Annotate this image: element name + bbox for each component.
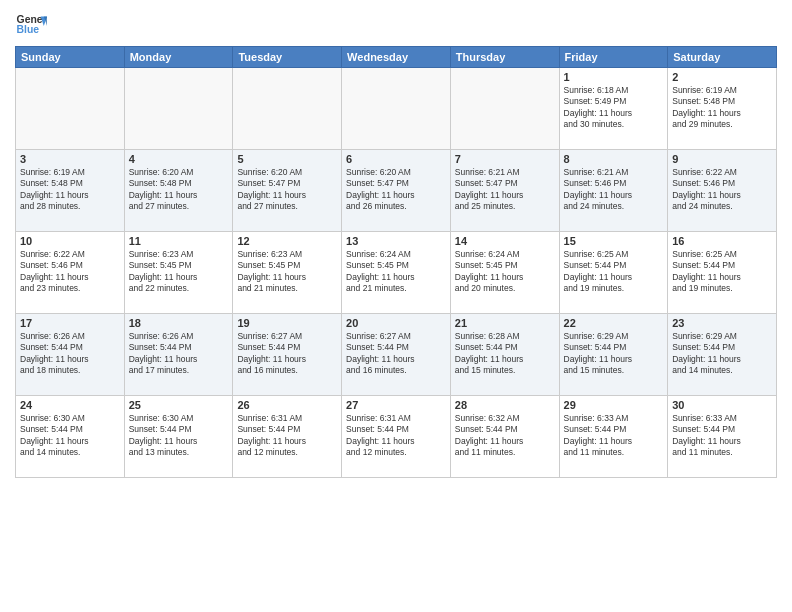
- day-info: Sunrise: 6:28 AMSunset: 5:44 PMDaylight:…: [455, 331, 555, 377]
- day-cell: 1Sunrise: 6:18 AMSunset: 5:49 PMDaylight…: [559, 68, 668, 150]
- day-info: Sunrise: 6:22 AMSunset: 5:46 PMDaylight:…: [20, 249, 120, 295]
- day-info: Sunrise: 6:18 AMSunset: 5:49 PMDaylight:…: [564, 85, 664, 131]
- day-number: 13: [346, 235, 446, 247]
- day-number: 3: [20, 153, 120, 165]
- day-cell: 5Sunrise: 6:20 AMSunset: 5:47 PMDaylight…: [233, 150, 342, 232]
- day-cell: 29Sunrise: 6:33 AMSunset: 5:44 PMDayligh…: [559, 396, 668, 478]
- page: General Blue SundayMondayTuesdayWednesda…: [0, 0, 792, 612]
- day-number: 14: [455, 235, 555, 247]
- day-cell: [450, 68, 559, 150]
- day-info: Sunrise: 6:23 AMSunset: 5:45 PMDaylight:…: [237, 249, 337, 295]
- week-row-2: 3Sunrise: 6:19 AMSunset: 5:48 PMDaylight…: [16, 150, 777, 232]
- day-number: 9: [672, 153, 772, 165]
- day-number: 28: [455, 399, 555, 411]
- day-cell: 7Sunrise: 6:21 AMSunset: 5:47 PMDaylight…: [450, 150, 559, 232]
- day-cell: 17Sunrise: 6:26 AMSunset: 5:44 PMDayligh…: [16, 314, 125, 396]
- day-info: Sunrise: 6:26 AMSunset: 5:44 PMDaylight:…: [129, 331, 229, 377]
- day-info: Sunrise: 6:20 AMSunset: 5:47 PMDaylight:…: [237, 167, 337, 213]
- day-cell: 25Sunrise: 6:30 AMSunset: 5:44 PMDayligh…: [124, 396, 233, 478]
- day-number: 20: [346, 317, 446, 329]
- day-number: 18: [129, 317, 229, 329]
- day-info: Sunrise: 6:32 AMSunset: 5:44 PMDaylight:…: [455, 413, 555, 459]
- day-info: Sunrise: 6:22 AMSunset: 5:46 PMDaylight:…: [672, 167, 772, 213]
- day-info: Sunrise: 6:23 AMSunset: 5:45 PMDaylight:…: [129, 249, 229, 295]
- day-info: Sunrise: 6:30 AMSunset: 5:44 PMDaylight:…: [129, 413, 229, 459]
- day-number: 22: [564, 317, 664, 329]
- weekday-saturday: Saturday: [668, 47, 777, 68]
- weekday-wednesday: Wednesday: [342, 47, 451, 68]
- day-info: Sunrise: 6:26 AMSunset: 5:44 PMDaylight:…: [20, 331, 120, 377]
- day-info: Sunrise: 6:20 AMSunset: 5:47 PMDaylight:…: [346, 167, 446, 213]
- day-info: Sunrise: 6:27 AMSunset: 5:44 PMDaylight:…: [346, 331, 446, 377]
- day-cell: 13Sunrise: 6:24 AMSunset: 5:45 PMDayligh…: [342, 232, 451, 314]
- day-cell: 16Sunrise: 6:25 AMSunset: 5:44 PMDayligh…: [668, 232, 777, 314]
- day-number: 12: [237, 235, 337, 247]
- svg-text:Blue: Blue: [17, 24, 40, 35]
- day-cell: [16, 68, 125, 150]
- day-cell: [233, 68, 342, 150]
- day-cell: 14Sunrise: 6:24 AMSunset: 5:45 PMDayligh…: [450, 232, 559, 314]
- day-info: Sunrise: 6:21 AMSunset: 5:46 PMDaylight:…: [564, 167, 664, 213]
- day-info: Sunrise: 6:19 AMSunset: 5:48 PMDaylight:…: [672, 85, 772, 131]
- day-cell: 18Sunrise: 6:26 AMSunset: 5:44 PMDayligh…: [124, 314, 233, 396]
- day-cell: [124, 68, 233, 150]
- day-number: 24: [20, 399, 120, 411]
- weekday-sunday: Sunday: [16, 47, 125, 68]
- day-number: 1: [564, 71, 664, 83]
- week-row-1: 1Sunrise: 6:18 AMSunset: 5:49 PMDaylight…: [16, 68, 777, 150]
- day-cell: 24Sunrise: 6:30 AMSunset: 5:44 PMDayligh…: [16, 396, 125, 478]
- day-number: 5: [237, 153, 337, 165]
- weekday-monday: Monday: [124, 47, 233, 68]
- day-cell: 20Sunrise: 6:27 AMSunset: 5:44 PMDayligh…: [342, 314, 451, 396]
- day-number: 19: [237, 317, 337, 329]
- day-info: Sunrise: 6:27 AMSunset: 5:44 PMDaylight:…: [237, 331, 337, 377]
- day-cell: 15Sunrise: 6:25 AMSunset: 5:44 PMDayligh…: [559, 232, 668, 314]
- day-cell: 22Sunrise: 6:29 AMSunset: 5:44 PMDayligh…: [559, 314, 668, 396]
- day-info: Sunrise: 6:24 AMSunset: 5:45 PMDaylight:…: [346, 249, 446, 295]
- day-cell: 4Sunrise: 6:20 AMSunset: 5:48 PMDaylight…: [124, 150, 233, 232]
- day-cell: 10Sunrise: 6:22 AMSunset: 5:46 PMDayligh…: [16, 232, 125, 314]
- day-number: 7: [455, 153, 555, 165]
- day-number: 4: [129, 153, 229, 165]
- day-cell: 9Sunrise: 6:22 AMSunset: 5:46 PMDaylight…: [668, 150, 777, 232]
- day-info: Sunrise: 6:33 AMSunset: 5:44 PMDaylight:…: [672, 413, 772, 459]
- week-row-3: 10Sunrise: 6:22 AMSunset: 5:46 PMDayligh…: [16, 232, 777, 314]
- day-cell: 30Sunrise: 6:33 AMSunset: 5:44 PMDayligh…: [668, 396, 777, 478]
- logo-icon: General Blue: [15, 10, 47, 38]
- weekday-friday: Friday: [559, 47, 668, 68]
- day-info: Sunrise: 6:33 AMSunset: 5:44 PMDaylight:…: [564, 413, 664, 459]
- day-cell: [342, 68, 451, 150]
- day-cell: 2Sunrise: 6:19 AMSunset: 5:48 PMDaylight…: [668, 68, 777, 150]
- weekday-tuesday: Tuesday: [233, 47, 342, 68]
- weekday-header-row: SundayMondayTuesdayWednesdayThursdayFrid…: [16, 47, 777, 68]
- logo: General Blue: [15, 10, 47, 38]
- day-info: Sunrise: 6:19 AMSunset: 5:48 PMDaylight:…: [20, 167, 120, 213]
- day-cell: 6Sunrise: 6:20 AMSunset: 5:47 PMDaylight…: [342, 150, 451, 232]
- day-number: 10: [20, 235, 120, 247]
- day-number: 21: [455, 317, 555, 329]
- day-number: 27: [346, 399, 446, 411]
- week-row-4: 17Sunrise: 6:26 AMSunset: 5:44 PMDayligh…: [16, 314, 777, 396]
- week-row-5: 24Sunrise: 6:30 AMSunset: 5:44 PMDayligh…: [16, 396, 777, 478]
- day-info: Sunrise: 6:31 AMSunset: 5:44 PMDaylight:…: [346, 413, 446, 459]
- day-number: 30: [672, 399, 772, 411]
- day-cell: 23Sunrise: 6:29 AMSunset: 5:44 PMDayligh…: [668, 314, 777, 396]
- day-cell: 8Sunrise: 6:21 AMSunset: 5:46 PMDaylight…: [559, 150, 668, 232]
- day-info: Sunrise: 6:29 AMSunset: 5:44 PMDaylight:…: [672, 331, 772, 377]
- day-info: Sunrise: 6:21 AMSunset: 5:47 PMDaylight:…: [455, 167, 555, 213]
- day-number: 17: [20, 317, 120, 329]
- day-info: Sunrise: 6:25 AMSunset: 5:44 PMDaylight:…: [564, 249, 664, 295]
- day-number: 8: [564, 153, 664, 165]
- day-cell: 28Sunrise: 6:32 AMSunset: 5:44 PMDayligh…: [450, 396, 559, 478]
- day-cell: 12Sunrise: 6:23 AMSunset: 5:45 PMDayligh…: [233, 232, 342, 314]
- day-cell: 26Sunrise: 6:31 AMSunset: 5:44 PMDayligh…: [233, 396, 342, 478]
- day-number: 16: [672, 235, 772, 247]
- day-info: Sunrise: 6:24 AMSunset: 5:45 PMDaylight:…: [455, 249, 555, 295]
- day-info: Sunrise: 6:20 AMSunset: 5:48 PMDaylight:…: [129, 167, 229, 213]
- day-number: 29: [564, 399, 664, 411]
- day-cell: 21Sunrise: 6:28 AMSunset: 5:44 PMDayligh…: [450, 314, 559, 396]
- day-number: 11: [129, 235, 229, 247]
- day-number: 6: [346, 153, 446, 165]
- day-number: 2: [672, 71, 772, 83]
- day-info: Sunrise: 6:30 AMSunset: 5:44 PMDaylight:…: [20, 413, 120, 459]
